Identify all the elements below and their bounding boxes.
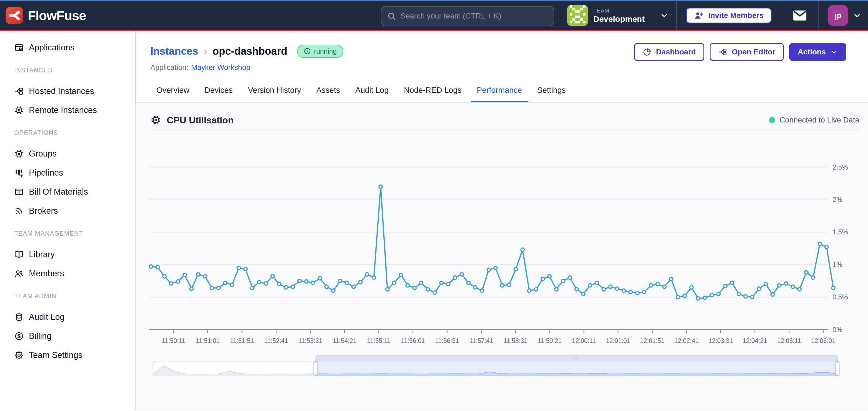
open-editor-button[interactable]: Open Editor xyxy=(710,43,784,61)
pipelines-icon xyxy=(14,168,24,178)
sidebar-item-pipelines[interactable]: Pipelines xyxy=(0,163,135,182)
main-content: Instances › opc-dashboard running Applic… xyxy=(136,31,868,410)
sidebar-item-applications[interactable]: Applications xyxy=(0,38,135,57)
sidebar-item-label: Members xyxy=(29,269,64,278)
sidebar-item-label: Applications xyxy=(29,43,74,53)
tab-node-red-logs[interactable]: Node-RED Logs xyxy=(398,86,467,102)
pie-chart-icon xyxy=(643,47,652,57)
x-axis-label: 12:03:31 xyxy=(709,337,733,344)
sidebar-item-members[interactable]: Members xyxy=(0,264,135,283)
data-point xyxy=(494,266,497,270)
data-point xyxy=(230,283,234,286)
data-point xyxy=(723,284,727,288)
data-point xyxy=(575,288,578,291)
user-menu-chevron-down-icon[interactable] xyxy=(853,11,862,20)
sidebar-item-library[interactable]: Library xyxy=(0,245,135,264)
sidebar-item-label: Hosted Instances xyxy=(29,86,94,96)
team-chevron-down-icon[interactable] xyxy=(652,11,676,20)
sidebar-item-billing[interactable]: Billing xyxy=(0,327,135,346)
minimap-right-handle[interactable] xyxy=(836,362,839,376)
x-axis-label: 11:57:41 xyxy=(469,337,493,344)
x-axis-label: 11:56:51 xyxy=(435,337,459,344)
drag-grip-icon[interactable]: ⋯ xyxy=(316,355,837,361)
breadcrumb-separator: › xyxy=(204,45,207,57)
data-point xyxy=(751,295,754,299)
flowfuse-logo[interactable]: FlowFuse xyxy=(0,7,86,24)
user-avatar[interactable]: jp xyxy=(828,5,848,26)
tab-version-history[interactable]: Version History xyxy=(242,86,307,102)
flowfuse-logo-icon xyxy=(6,7,23,24)
invite-members-button[interactable]: Invite Members xyxy=(686,8,772,24)
flowfuse-app: FlowFuse xyxy=(0,0,868,411)
sidebar-item-hosted-instances[interactable]: Hosted Instances xyxy=(0,82,135,101)
data-point xyxy=(588,284,592,287)
x-axis-label: 11:58:31 xyxy=(503,337,527,344)
data-point xyxy=(251,286,254,289)
data-point xyxy=(183,273,186,277)
data-point xyxy=(473,286,477,289)
sidebar-item-label: Team Settings xyxy=(29,350,82,360)
x-axis-label: 11:53:31 xyxy=(298,337,322,344)
y-axis-label: 0.5% xyxy=(833,293,848,301)
sidebar-item-brokers[interactable]: Brokers xyxy=(0,201,135,220)
data-point xyxy=(467,281,470,284)
data-point xyxy=(811,276,815,279)
application-link[interactable]: Mayker Workshop xyxy=(191,63,250,72)
data-point xyxy=(453,276,457,279)
search-input[interactable] xyxy=(401,12,548,21)
tab-settings[interactable]: Settings xyxy=(531,86,572,102)
data-point xyxy=(399,273,402,277)
minimap-left-handle[interactable] xyxy=(314,362,317,376)
x-axis-label: 11:55:11 xyxy=(367,337,391,344)
sidebar-item-bill-of-materials[interactable]: Bill Of Materials xyxy=(0,182,135,201)
data-point xyxy=(345,281,348,284)
data-point xyxy=(507,283,510,286)
team-switcher[interactable]: TEAM: Development xyxy=(563,5,652,26)
y-axis-label: 1% xyxy=(833,261,842,268)
data-point xyxy=(778,284,781,287)
instance-name: opc-dashboard xyxy=(213,45,287,57)
notifications-mail-icon[interactable] xyxy=(781,9,818,22)
data-point xyxy=(656,282,659,286)
team-search[interactable] xyxy=(381,6,554,26)
data-point xyxy=(548,275,551,278)
sidebar-item-team-settings[interactable]: Team Settings xyxy=(0,346,135,365)
team-label: TEAM: xyxy=(593,8,645,14)
x-axis-label: 11:51:01 xyxy=(196,337,220,344)
tab-performance[interactable]: Performance xyxy=(471,86,528,102)
data-point xyxy=(305,280,308,283)
tab-assets[interactable]: Assets xyxy=(310,86,346,102)
sidebar-item-audit-log[interactable]: Audit Log xyxy=(0,308,135,327)
billing-icon xyxy=(14,331,24,341)
team-avatar xyxy=(567,5,588,26)
minimap-selection[interactable] xyxy=(315,361,838,376)
x-axis-label: 12:01:01 xyxy=(606,337,630,344)
application-label: Application: xyxy=(150,63,189,72)
sidebar-item-remote-instances[interactable]: Remote Instances xyxy=(0,101,135,120)
data-point xyxy=(318,277,321,280)
tab-devices[interactable]: Devices xyxy=(198,86,239,102)
status-badge: running xyxy=(297,45,343,58)
data-point xyxy=(332,289,335,292)
breadcrumb-instances-link[interactable]: Instances xyxy=(150,45,198,57)
tab-overview[interactable]: Overview xyxy=(150,86,195,102)
navbar-divider xyxy=(676,1,677,31)
dashboard-button[interactable]: Dashboard xyxy=(634,43,704,61)
sidebar-item-groups[interactable]: Groups xyxy=(0,144,135,163)
audit-log-icon xyxy=(14,312,24,322)
data-point xyxy=(784,282,787,285)
data-point xyxy=(629,290,632,294)
data-point xyxy=(757,287,761,290)
data-point xyxy=(264,282,267,285)
data-point xyxy=(284,286,288,289)
tab-audit-log[interactable]: Audit Log xyxy=(349,86,395,102)
data-point xyxy=(149,265,153,268)
data-point xyxy=(210,286,213,289)
data-point xyxy=(521,248,524,251)
data-point xyxy=(561,279,565,282)
x-axis-label: 11:56:01 xyxy=(401,337,425,344)
minimap-selection-cap[interactable]: ⋯ xyxy=(315,355,838,362)
actions-button[interactable]: Actions xyxy=(789,43,846,61)
data-point xyxy=(643,290,646,294)
data-point xyxy=(393,281,396,284)
